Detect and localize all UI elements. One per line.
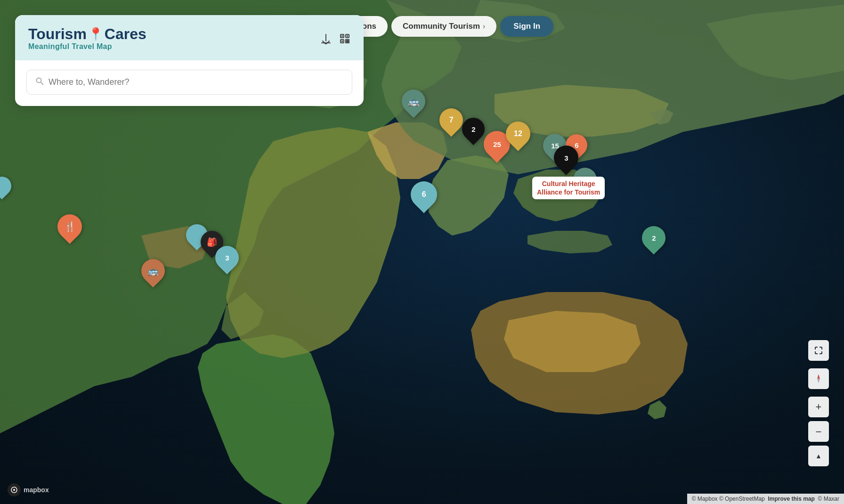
- north-icon: ▲: [815, 452, 822, 460]
- zoom-in-icon: +: [816, 401, 822, 413]
- tab-community-label: Community Tourism: [403, 22, 480, 31]
- compass-button[interactable]: [808, 368, 829, 389]
- svg-rect-9: [347, 35, 348, 37]
- attribution-text: © Mapbox © OpenStreetMap Improve this ma…: [692, 496, 839, 502]
- zoom-in-button[interactable]: +: [808, 397, 829, 417]
- sidebar-header: Tourism 📍 Cares Meaningful Travel Map: [15, 15, 364, 60]
- search-box[interactable]: [26, 70, 352, 95]
- search-area: [15, 60, 364, 106]
- download-button[interactable]: [320, 33, 332, 44]
- qr-button[interactable]: [339, 33, 350, 44]
- logo-title: Tourism 📍 Cares: [28, 26, 146, 41]
- fullscreen-button[interactable]: [808, 340, 829, 361]
- logo-cares: Cares: [105, 26, 146, 41]
- logo-area: Tourism 📍 Cares Meaningful Travel Map: [28, 26, 146, 51]
- zoom-out-button[interactable]: −: [808, 421, 829, 442]
- svg-point-14: [13, 489, 15, 491]
- chevron-right-icon: ›: [483, 22, 485, 31]
- svg-rect-7: [348, 41, 349, 43]
- svg-line-12: [41, 82, 44, 85]
- north-button[interactable]: ▲: [808, 446, 829, 466]
- sidebar-panel: Tourism 📍 Cares Meaningful Travel Map: [15, 15, 364, 106]
- svg-rect-10: [341, 41, 343, 42]
- svg-rect-8: [341, 35, 343, 37]
- svg-rect-4: [346, 40, 347, 41]
- nav-tab-community-tourism[interactable]: Community Tourism ›: [391, 16, 496, 37]
- mapbox-circle: [8, 483, 21, 496]
- sign-in-label: Sign In: [513, 22, 540, 31]
- svg-point-11: [37, 78, 41, 83]
- header-icons: [320, 33, 350, 44]
- search-input[interactable]: [49, 77, 343, 87]
- mapbox-text: mapbox: [24, 486, 49, 494]
- logo-subtitle: Meaningful Travel Map: [28, 42, 146, 51]
- logo-tourism: Tourism: [28, 26, 87, 41]
- map-controls: + − ▲: [808, 340, 829, 466]
- search-icon: [35, 77, 44, 88]
- mapbox-logo: mapbox: [8, 483, 49, 496]
- sign-in-button[interactable]: Sign In: [500, 16, 553, 37]
- zoom-out-icon: −: [816, 426, 822, 438]
- attribution-bar: © Mapbox © OpenStreetMap Improve this ma…: [687, 494, 844, 504]
- svg-rect-6: [346, 41, 347, 43]
- logo-pin-icon: 📍: [88, 28, 103, 40]
- svg-rect-5: [348, 40, 349, 41]
